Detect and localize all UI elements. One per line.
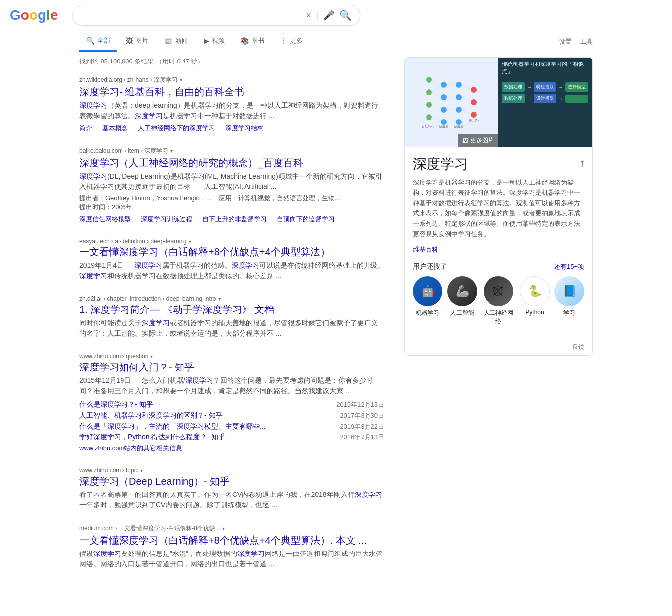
also-more-link[interactable]: 还有15+项	[554, 262, 584, 271]
tools-link[interactable]: 工具	[580, 37, 593, 46]
tab-books[interactable]: 📚 图书	[234, 31, 271, 52]
result-snippet: 同时你可能读过关于深度学习或者机器学习的辅天盖地的报道，尽管很多时候它们被赋予了…	[79, 318, 384, 339]
result-title[interactable]: 深度学习（Deep Learning）- 知乎	[79, 475, 384, 488]
sidebar-title: 深度学习 ⤴	[413, 155, 584, 174]
sidebar-images: 输入层(4) 隐藏层 隐藏层 输出(3) 🖼 更多图片 传统机器学习和深度学习的…	[405, 58, 592, 147]
more-images-label: 更多图片	[470, 136, 494, 145]
svg-point-1	[426, 89, 432, 95]
result-sub-link[interactable]: 简介	[79, 124, 92, 133]
result-title[interactable]: 1. 深度学习简介— 《动手学深度学习》 文档	[79, 303, 384, 316]
result-sub-link[interactable]: 基本概念	[102, 124, 128, 133]
result-sub-link[interactable]: 人工神经网络下的深度学习	[138, 124, 215, 133]
result-sub-link[interactable]: 自顶向下的监督学习	[277, 215, 335, 224]
flow-row: 数据处理 → 设计模型 → ...	[502, 94, 588, 103]
google-logo: Google	[10, 7, 58, 23]
flow-box: 选择模型	[565, 82, 588, 92]
also-item-label: 人工智能	[450, 309, 474, 317]
url-text: www.zhihu.com › question	[79, 353, 148, 360]
flow-diagram: 数据处理 → 特征提取 → 选择模型 数据处理 → 设计模型 → ...	[498, 78, 592, 147]
images-tab-icon: 🖼	[126, 37, 133, 45]
flow-box: 数据处理	[502, 94, 525, 103]
url-dropdown-arrow[interactable]: ▾	[180, 77, 182, 83]
svg-point-9	[456, 94, 462, 100]
also-item[interactable]: 🤖 机器学习	[413, 276, 442, 326]
also-item[interactable]: 📘 学习	[554, 276, 584, 326]
more-images-button[interactable]: 🖼 更多图片	[458, 134, 498, 147]
search-input[interactable]: 深度学习	[81, 11, 306, 20]
result-title[interactable]: 一文看懂深度学习（白话解释+8个优缺点+4个典型算法）	[79, 246, 384, 258]
result-sub-link[interactable]: 深度信任网络模型	[79, 215, 131, 224]
result-snippet: 深度学习（英语：deep learning）是机器学习的分支，是一种以人工神经网…	[79, 100, 384, 121]
also-item-image: 🤖	[413, 276, 442, 306]
result-title[interactable]: 深度学习（人工神经网络的研究的概念）_百度百科	[79, 156, 384, 169]
url-dropdown-arrow[interactable]: ▾	[150, 354, 153, 359]
clear-button[interactable]: ×	[306, 10, 311, 21]
sidebar-column: 输入层(4) 隐藏层 隐藏层 输出(3) 🖼 更多图片 传统机器学习和深度学习的…	[404, 57, 593, 583]
result-url: baike.baidu.com › item › 深度学习 ▾	[79, 147, 384, 155]
sidebar-source-link[interactable]: 维基百科	[413, 246, 438, 253]
tab-images-label: 图片	[135, 36, 148, 45]
tab-more[interactable]: ⋮ 更多	[273, 31, 309, 52]
flow-arrow: →	[527, 84, 532, 90]
svg-line-26	[462, 97, 471, 102]
url-text: medium.com › 一文看懂深度学习-白话解释-8个优缺...	[79, 524, 220, 533]
svg-point-11	[456, 119, 462, 125]
also-item-label: 学习	[563, 309, 575, 317]
also-item[interactable]: 🐍 Python	[520, 276, 550, 326]
sub-result-link[interactable]: 什么是「深度学习」，主流的「深度学习模型」主要有哪些...	[79, 422, 335, 431]
url-dropdown-arrow[interactable]: ▾	[222, 526, 225, 531]
sidebar-flow-title: 传统机器学习和深度学习的「相似点」	[498, 58, 592, 78]
sub-results: 什么是深度学习？- 知乎 2015年12月13日 人工智能、机器学习和深度学习的…	[79, 400, 384, 442]
flow-box: ...	[565, 95, 588, 103]
sub-result-link[interactable]: 学好深度学习，Python 得达到什么程度？- 知乎	[79, 433, 335, 442]
also-item[interactable]: 🦾 人工智能	[447, 276, 477, 326]
tab-video[interactable]: ▶ 视频	[197, 31, 232, 52]
sub-result-link[interactable]: 什么是深度学习？- 知乎	[79, 400, 331, 409]
url-dropdown-arrow[interactable]: ▾	[189, 239, 191, 244]
tab-news[interactable]: 📰 新闻	[157, 31, 195, 52]
result-sub-link[interactable]: 深度学习训练过程	[141, 215, 192, 224]
tab-all-label: 全部	[97, 36, 110, 45]
result-item: www.zhihu.com › topic ▾ 深度学习（Deep Learni…	[79, 467, 384, 510]
svg-line-19	[432, 105, 441, 110]
result-links: 深度信任网络模型 深度学习训练过程 自下上升的非监督学习 自顶向下的监督学习	[79, 215, 384, 224]
tab-news-label: 新闻	[175, 36, 188, 45]
url-dropdown-arrow[interactable]: ▾	[170, 148, 173, 154]
also-item-label: 机器学习	[416, 309, 439, 317]
result-snippet: 假设深度学习要处理的信息是"水流"，而处理数据的深度学习网络是一由管道和阀门组成…	[79, 549, 384, 569]
sub-result-link[interactable]: 人工智能、机器学习和深度学习的区别？- 知乎	[79, 411, 335, 420]
sidebar-card: 输入层(4) 隐藏层 隐藏层 输出(3) 🖼 更多图片 传统机器学习和深度学习的…	[404, 57, 593, 356]
result-title[interactable]: 一文看懂深度学习（白话解释+8个优缺点+4个典型算法）. 本文 ...	[79, 534, 384, 547]
share-icon[interactable]: ⤴	[580, 159, 584, 170]
books-tab-icon: 📚	[241, 37, 249, 45]
feedback-link[interactable]: 反馈	[405, 339, 592, 355]
result-links: 简介 基本概念 人工神经网络下的深度学习 深度学习结构	[79, 124, 384, 133]
svg-point-13	[471, 99, 477, 105]
sidebar-description: 深度学习是机器学习的分支，是一种以人工神经网络为架构，对资料进行表征学习的算法。…	[413, 178, 584, 240]
tab-all[interactable]: 🔍 全部	[79, 31, 117, 52]
result-snippet: 2019年1月4日 — 深度学习属于机器学习的范畴。深度学习可以说是在传统神经网…	[79, 260, 384, 281]
microphone-icon[interactable]: 🎤	[323, 10, 334, 21]
tab-more-label: 更多	[290, 36, 303, 45]
url-text: easyai.tech › ai-definition › deep-learn…	[79, 238, 187, 245]
result-extra: 提出者：Geoffrey Hinton，Yoshua Bengio，... 应用…	[79, 194, 384, 212]
tab-images[interactable]: 🖼 图片	[119, 31, 155, 52]
result-sub-link[interactable]: 自下上升的非监督学习	[202, 215, 267, 224]
url-dropdown-arrow[interactable]: ▾	[218, 296, 221, 302]
result-sub-link[interactable]: 深度学习结构	[225, 124, 264, 133]
site-links-more[interactable]: www.zhihu.com站内的其它相关信息	[79, 444, 384, 453]
sidebar-title-text: 深度学习	[413, 155, 468, 174]
svg-text:隐藏层: 隐藏层	[439, 125, 448, 128]
result-snippet: 看了匿名高票第一的回答真的太真实了。作为一名CV内卷劝退上岸的我，在2018年刚…	[79, 490, 384, 510]
result-title[interactable]: 深度学习如何入门？- 知乎	[79, 361, 384, 373]
search-button[interactable]: 🔍	[339, 9, 352, 21]
sub-result-row: 什么是深度学习？- 知乎 2015年12月13日	[79, 400, 384, 409]
url-text: zh.d2l.ai › chapter_introduction › deep-…	[79, 295, 216, 302]
svg-point-5	[441, 94, 447, 100]
result-url: zh.wikipedia.org › zh-hans › 深度学习 ▾	[79, 76, 384, 84]
url-dropdown-arrow[interactable]: ▾	[140, 468, 143, 473]
result-title[interactable]: 深度学习- 维基百科，自由的百科全书	[79, 85, 384, 98]
also-item[interactable]: 🕸 人工神经网络	[482, 276, 515, 326]
svg-line-25	[462, 85, 471, 90]
settings-link[interactable]: 设置	[559, 37, 572, 46]
